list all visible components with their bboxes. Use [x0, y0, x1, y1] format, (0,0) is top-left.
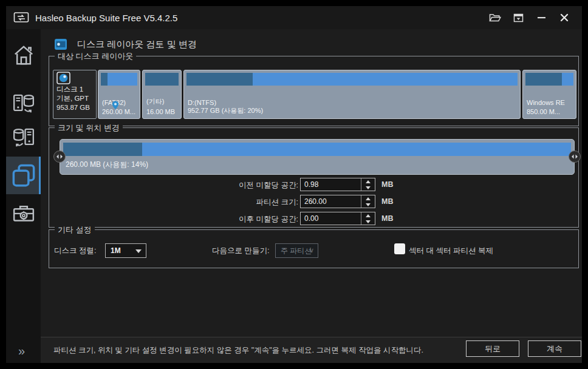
- page-header: 디스크 레이아웃 검토 및 변경: [54, 38, 197, 51]
- disk-align-label: 디스크 정렬:: [54, 246, 96, 256]
- tools-icon: [12, 201, 36, 225]
- sector-clone-checkbox[interactable]: [394, 243, 405, 254]
- disk-name: 디스크 1: [56, 85, 96, 94]
- disk-type: 기본, GPT: [56, 94, 96, 103]
- disk-icon: [56, 72, 96, 85]
- sector-clone-label: 섹터 대 섹터 파티션 복제: [409, 246, 493, 256]
- field-label: 이전 미할당 공간:: [177, 180, 298, 191]
- field-row-size: 파티션 크기: MB: [177, 195, 456, 209]
- continue-button[interactable]: 계속: [528, 340, 581, 357]
- partition-windows-re[interactable]: Windows RE 850.00 M...: [522, 70, 576, 119]
- partition-resize-bar[interactable]: 260.00 MB (사용됨: 14%): [60, 139, 575, 175]
- usage-strip: [101, 73, 137, 86]
- usage-strip: [145, 73, 179, 86]
- group-title: 기타 설정: [55, 225, 95, 235]
- spin-up-button[interactable]: [361, 212, 375, 218]
- field-label: 이후 미할당 공간:: [177, 214, 298, 225]
- unallocated-before-value[interactable]: [301, 178, 364, 191]
- unallocated-after-value[interactable]: [301, 212, 364, 225]
- title-bar: Hasleo Backup Suite Free V5.4.2.5: [6, 6, 582, 29]
- location-pin-icon: [112, 101, 119, 110]
- partition-size-value[interactable]: [301, 195, 364, 208]
- restore-icon: [12, 126, 36, 150]
- spin-down-button[interactable]: [361, 218, 375, 225]
- usage-strip: [63, 143, 571, 156]
- unallocated-before-input: [300, 178, 375, 191]
- partition-d-ntfs[interactable]: D:(NTFS) 952.77 GB (사용됨: 20%): [183, 70, 521, 119]
- group-title: 대상 디스크 레이아웃: [55, 51, 136, 62]
- sidebar: »: [6, 29, 41, 363]
- create-as-value: 주 파티션: [281, 246, 312, 256]
- usage-strip: [186, 73, 518, 86]
- sidebar-item-home[interactable]: [6, 39, 41, 72]
- main-content: 디스크 레이아웃 검토 및 변경 대상 디스크 레이아웃 디스크 1 기본, G…: [41, 29, 582, 363]
- spinner: [361, 178, 375, 191]
- partition-label: (기타): [146, 97, 164, 106]
- field-row-after: 이후 미할당 공간: MB: [177, 212, 456, 226]
- close-icon[interactable]: [555, 10, 573, 25]
- partition-size-input: [300, 195, 375, 208]
- sidebar-item-clone[interactable]: [6, 157, 41, 194]
- app-icon: [13, 12, 29, 24]
- create-as-dropdown: 주 파티션 ∨: [275, 243, 318, 258]
- resize-bar-label: 260.00 MB (사용됨: 14%): [66, 160, 148, 170]
- spin-down-button[interactable]: [361, 184, 375, 191]
- sidebar-item-tools[interactable]: [6, 197, 41, 229]
- left-resize-handle[interactable]: [53, 151, 66, 163]
- create-as-label: 다음으로 만들기:: [212, 246, 269, 256]
- other-settings-group: 기타 설정 디스크 정렬: 1M 다음으로 만들기: 주 파티션 ∨ 섹터 대 …: [49, 229, 579, 268]
- tray-update-icon[interactable]: [509, 10, 527, 25]
- disk-info-block[interactable]: 디스크 1 기본, GPT 953.87 GB: [53, 70, 97, 119]
- partition-fat32[interactable]: (FAT32) 260.00 M...: [98, 70, 140, 119]
- field-row-before: 이전 미할당 공간: MB: [177, 178, 456, 192]
- sidebar-item-restore[interactable]: [6, 121, 41, 154]
- field-label: 파티션 크기:: [177, 197, 298, 208]
- app-window: Hasleo Backup Suite Free V5.4.2.5: [6, 6, 582, 363]
- spin-up-button[interactable]: [361, 195, 375, 201]
- chevron-down-icon: [135, 249, 142, 253]
- group-title: 크기 및 위치 변경: [55, 123, 123, 134]
- usage-strip: [525, 73, 573, 86]
- clone-icon: [11, 163, 36, 188]
- disk-layout-icon: [54, 38, 67, 51]
- spin-down-button[interactable]: [361, 201, 375, 208]
- expand-sidebar-button[interactable]: »: [18, 344, 23, 358]
- unit-label: MB: [381, 180, 393, 189]
- home-icon: [12, 43, 36, 67]
- partition-other[interactable]: (기타) 16.00 MB: [142, 70, 182, 119]
- page-title: 디스크 레이아웃 검토 및 변경: [77, 39, 197, 50]
- unit-label: MB: [381, 197, 393, 206]
- partition-label: Windows RE: [527, 99, 565, 106]
- footer-hint: 파티션 크기, 위치 및 기타 설정 변경이 필요하지 않은 경우 "계속"을 …: [53, 345, 423, 356]
- spinner: [361, 195, 375, 208]
- unit-label: MB: [381, 214, 393, 223]
- chevron-down-icon: ∨: [309, 246, 314, 254]
- disk-row: 디스크 1 기본, GPT 953.87 GB (FAT32) 260.00 M…: [53, 70, 576, 120]
- backup-icon: [12, 92, 36, 116]
- partition-size: 850.00 M...: [527, 108, 560, 115]
- partition-size: 952.77 GB (사용됨: 20%): [188, 106, 263, 115]
- minimize-icon[interactable]: [532, 10, 550, 25]
- unallocated-after-input: [300, 212, 375, 225]
- disk-align-value: 1M: [111, 246, 121, 255]
- spinner: [361, 212, 375, 225]
- right-resize-handle[interactable]: [569, 151, 581, 163]
- open-folder-icon[interactable]: [486, 10, 504, 25]
- disk-align-dropdown[interactable]: 1M: [105, 243, 146, 258]
- footer-bar: 파티션 크기, 위치 및 기타 설정 변경이 필요하지 않은 경우 "계속"을 …: [41, 337, 582, 363]
- target-disk-layout-group: 대상 디스크 레이아웃 디스크 1 기본, GPT 953.87 GB: [49, 56, 579, 126]
- resize-group: 크기 및 위치 변경 260.00 MB (사용됨: 14%) 이전 미할당 공…: [49, 127, 579, 228]
- disk-size: 953.87 GB: [56, 103, 96, 112]
- window-title: Hasleo Backup Suite Free V5.4.2.5: [35, 13, 177, 23]
- partition-size: 16.00 MB: [146, 108, 175, 115]
- spin-up-button[interactable]: [361, 178, 375, 184]
- sidebar-item-backup[interactable]: [6, 87, 41, 120]
- back-button[interactable]: 뒤로: [466, 340, 519, 357]
- partition-label: D:(NTFS): [188, 99, 216, 106]
